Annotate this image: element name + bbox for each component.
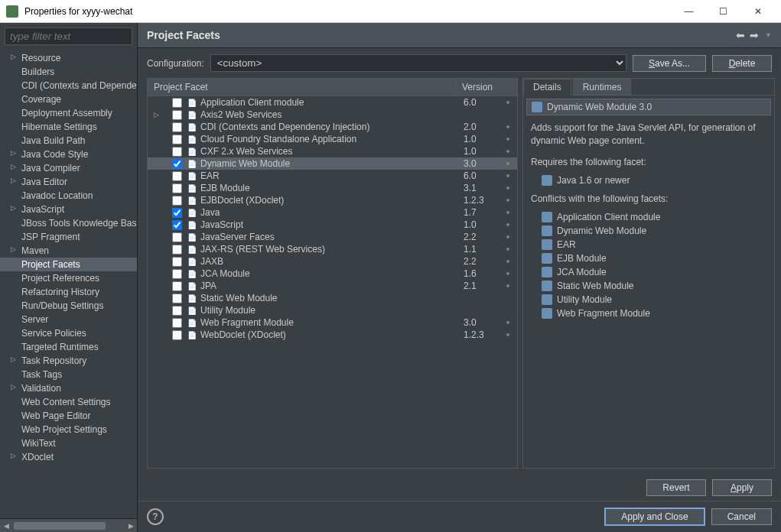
facet-checkbox[interactable]: [172, 98, 182, 108]
version-dropdown-icon[interactable]: ▼: [502, 258, 514, 265]
version-dropdown-icon[interactable]: ▼: [502, 271, 514, 277]
facet-checkbox[interactable]: [172, 183, 182, 193]
save-as-button[interactable]: Save As...: [633, 55, 706, 72]
version-dropdown-icon[interactable]: ▼: [502, 161, 514, 167]
facet-row[interactable]: 📄EAR6.0▼: [148, 170, 517, 182]
facet-checkbox[interactable]: [172, 171, 182, 181]
facet-checkbox[interactable]: [172, 135, 182, 144]
version-dropdown-icon[interactable]: ▼: [502, 185, 514, 192]
sidebar-item[interactable]: Run/Debug Settings: [0, 299, 137, 313]
sidebar-item[interactable]: Refactoring History: [0, 285, 137, 299]
facet-checkbox[interactable]: [172, 281, 182, 291]
sidebar-item[interactable]: Task Tags: [0, 368, 137, 381]
scroll-right-icon[interactable]: ▶: [125, 522, 137, 530]
sidebar-item[interactable]: Java Code Style: [0, 148, 137, 161]
tab-details[interactable]: Details: [523, 79, 571, 96]
version-dropdown-icon[interactable]: ▼: [502, 234, 514, 241]
facet-row[interactable]: 📄Cloud Foundry Standalone Application1.0…: [148, 133, 517, 145]
facet-row[interactable]: 📄EJBDoclet (XDoclet)1.2.3▼: [148, 194, 517, 206]
nav-back-icon[interactable]: ⬅: [736, 29, 745, 41]
scroll-left-icon[interactable]: ◀: [0, 522, 12, 530]
version-dropdown-icon[interactable]: ▼: [502, 320, 514, 326]
scroll-thumb[interactable]: [14, 522, 106, 530]
version-dropdown-icon[interactable]: ▼: [502, 124, 514, 131]
sidebar-item[interactable]: Maven: [0, 244, 137, 258]
facet-checkbox[interactable]: [172, 306, 182, 316]
sidebar-item[interactable]: Coverage: [0, 92, 137, 106]
facet-row[interactable]: 📄JPA2.1▼: [148, 280, 517, 292]
nav-forward-icon[interactable]: ➡: [750, 29, 759, 41]
sidebar-item[interactable]: Project References: [0, 271, 137, 285]
filter-input[interactable]: [5, 28, 132, 45]
minimize-button[interactable]: —: [672, 0, 706, 23]
sidebar-item[interactable]: Validation: [0, 381, 137, 395]
facet-row[interactable]: 📄EJB Module3.1▼: [148, 182, 517, 194]
facet-list[interactable]: 📄Application Client module6.0▼▷📄Axis2 We…: [148, 96, 517, 468]
sidebar-item[interactable]: Web Content Settings: [0, 395, 137, 409]
facet-row[interactable]: ▷📄Axis2 Web Services: [148, 109, 517, 121]
close-button[interactable]: ✕: [740, 0, 775, 23]
sidebar-item[interactable]: Targeted Runtimes: [0, 340, 137, 354]
version-dropdown-icon[interactable]: ▼: [502, 148, 514, 155]
sidebar-item[interactable]: Java Build Path: [0, 134, 137, 148]
facet-row[interactable]: 📄CDI (Contexts and Dependency Injection)…: [148, 121, 517, 133]
facet-row[interactable]: 📄JavaServer Faces2.2▼: [148, 231, 517, 243]
facet-row[interactable]: 📄WebDoclet (XDoclet)1.2.3▼: [148, 329, 517, 341]
version-dropdown-icon[interactable]: ▼: [502, 209, 514, 216]
sidebar-item[interactable]: WikiText: [0, 436, 137, 450]
facet-row[interactable]: 📄JavaScript1.0▼: [148, 219, 517, 231]
facet-row[interactable]: 📄Web Fragment Module3.0▼: [148, 316, 517, 329]
facet-checkbox[interactable]: [172, 220, 182, 230]
sidebar-item[interactable]: XDoclet: [0, 450, 137, 464]
facet-row[interactable]: 📄JAXB2.2▼: [148, 255, 517, 268]
expander-icon[interactable]: ▷: [151, 111, 161, 118]
facet-checkbox[interactable]: [172, 318, 182, 328]
facet-row[interactable]: 📄Dynamic Web Module3.0▼: [148, 157, 517, 170]
version-dropdown-icon[interactable]: ▼: [502, 332, 514, 339]
facet-checkbox[interactable]: [172, 208, 182, 218]
nav-menu-icon[interactable]: ▼: [765, 31, 772, 39]
tab-runtimes[interactable]: Runtimes: [573, 79, 632, 96]
facet-row[interactable]: 📄Application Client module6.0▼: [148, 96, 517, 109]
sidebar-item[interactable]: JSP Fragment: [0, 230, 137, 244]
facet-checkbox[interactable]: [172, 159, 182, 169]
version-dropdown-icon[interactable]: ▼: [502, 283, 514, 290]
cancel-button[interactable]: Cancel: [711, 508, 772, 525]
version-dropdown-icon[interactable]: ▼: [502, 173, 514, 180]
version-dropdown-icon[interactable]: ▼: [502, 99, 514, 106]
sidebar-item[interactable]: Task Repository: [0, 354, 137, 368]
sidebar-item[interactable]: Javadoc Location: [0, 189, 137, 203]
version-dropdown-icon[interactable]: ▼: [502, 197, 514, 204]
sidebar-item[interactable]: Web Project Settings: [0, 423, 137, 436]
sidebar-item[interactable]: Deployment Assembly: [0, 106, 137, 120]
facet-checkbox[interactable]: [172, 232, 182, 242]
apply-and-close-button[interactable]: Apply and Close: [604, 508, 705, 526]
sidebar-item[interactable]: Web Page Editor: [0, 409, 137, 423]
facet-row[interactable]: 📄Java1.7▼: [148, 206, 517, 219]
sidebar-item[interactable]: JavaScript: [0, 203, 137, 216]
version-dropdown-icon[interactable]: ▼: [502, 136, 514, 143]
facet-checkbox[interactable]: [172, 196, 182, 206]
sidebar-item[interactable]: JBoss Tools Knowledge Base: [0, 216, 137, 230]
facet-row[interactable]: 📄JAX-RS (REST Web Services)1.1▼: [148, 243, 517, 255]
facet-row[interactable]: 📄JCA Module1.6▼: [148, 268, 517, 280]
sidebar-item[interactable]: Service Policies: [0, 326, 137, 340]
sidebar-item[interactable]: Resource: [0, 51, 137, 65]
facet-checkbox[interactable]: [172, 257, 182, 267]
facet-checkbox[interactable]: [172, 147, 182, 157]
delete-button[interactable]: Delete: [712, 55, 772, 72]
facet-checkbox[interactable]: [172, 245, 182, 255]
version-dropdown-icon[interactable]: ▼: [502, 246, 514, 253]
sidebar-item[interactable]: Java Editor: [0, 175, 137, 189]
version-dropdown-icon[interactable]: ▼: [502, 222, 514, 229]
facet-checkbox[interactable]: [172, 122, 182, 132]
help-icon[interactable]: ?: [147, 508, 164, 525]
apply-button[interactable]: Apply: [712, 479, 772, 496]
facet-checkbox[interactable]: [172, 294, 182, 303]
revert-button[interactable]: Revert: [646, 479, 706, 496]
sidebar-item[interactable]: Server: [0, 313, 137, 326]
col-version[interactable]: Version: [456, 79, 517, 96]
sidebar-item[interactable]: CDI (Contexts and Dependency Injection): [0, 79, 137, 92]
sidebar-item[interactable]: Builders: [0, 65, 137, 79]
facet-row[interactable]: 📄Static Web Module: [148, 292, 517, 304]
